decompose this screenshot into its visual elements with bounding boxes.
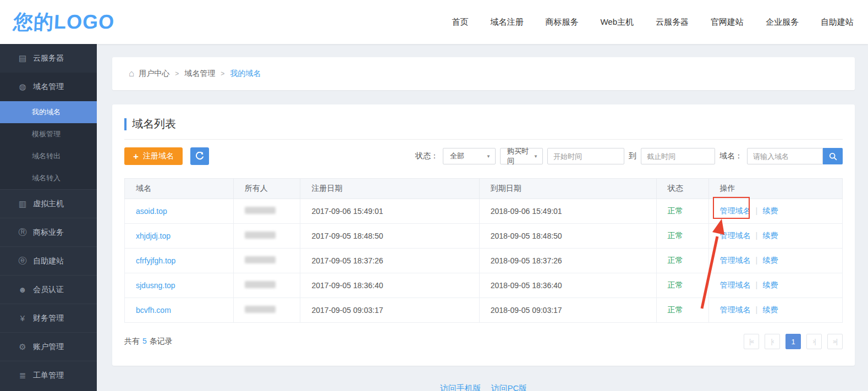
- action-separator: |: [756, 305, 758, 314]
- manage-domain-link[interactable]: 管理域名: [720, 231, 751, 240]
- registered-date: 2017-09-05 18:37:26: [300, 249, 479, 273]
- time-type-select[interactable]: 购买时间 ▼: [500, 148, 543, 164]
- sidebar-item-finance-management[interactable]: 财务管理: [0, 304, 97, 332]
- domain-link[interactable]: sjdusng.top: [136, 281, 175, 290]
- breadcrumb-domain-management[interactable]: 域名管理: [184, 69, 215, 79]
- owner-redacted: [245, 207, 276, 214]
- nav-home[interactable]: 首页: [452, 17, 468, 27]
- main-content: ⌂ 用户中心 > 域名管理 > 我的域名 域名列表 + 注册域名: [97, 44, 868, 391]
- registered-date: 2017-09-05 18:48:50: [300, 224, 479, 249]
- record-count-suffix: 条记录: [150, 337, 173, 345]
- sidebar-item-cloud-server[interactable]: 云服务器: [0, 44, 97, 73]
- manage-domain-link[interactable]: 管理域名: [720, 305, 751, 314]
- sidebar-item-domain-management[interactable]: 域名管理: [0, 73, 97, 101]
- domain-search-input[interactable]: [747, 148, 823, 164]
- sidebar-item-domain-transfer-out[interactable]: 域名转出: [0, 145, 97, 167]
- nav-cloud-server[interactable]: 云服务器: [656, 17, 689, 27]
- pagination-page-1-button[interactable]: 1: [785, 334, 801, 349]
- sidebar-item-virtual-host[interactable]: 虚拟主机: [0, 189, 97, 218]
- sidebar-item-trademark-business[interactable]: 商标业务: [0, 218, 97, 246]
- finance-icon: [18, 313, 28, 323]
- sidebar-item-self-site[interactable]: 自助建站: [0, 246, 97, 275]
- renew-link[interactable]: 续费: [762, 231, 778, 240]
- table-footer: 共有5条记录 |« |‹ 1 ›| »|: [124, 334, 843, 349]
- action-separator: |: [756, 231, 758, 240]
- sidebar-group-domain: 域名管理 我的域名 模板管理 域名转出 域名转入: [0, 73, 97, 189]
- breadcrumb-my-domains[interactable]: 我的域名: [230, 69, 261, 79]
- domain-link[interactable]: cfrfyjfgh.top: [136, 256, 175, 265]
- nav-enterprise-service[interactable]: 企业服务: [766, 17, 799, 27]
- plus-icon: +: [133, 152, 139, 161]
- mobile-version-link[interactable]: 访问手机版: [440, 383, 481, 391]
- sidebar-item-account-management[interactable]: 账户管理: [0, 332, 97, 361]
- gear-icon: [18, 342, 28, 352]
- sidebar-item-label: 云服务器: [33, 53, 64, 63]
- trademark-icon: [18, 227, 28, 238]
- action-separator: |: [756, 256, 758, 265]
- renew-link[interactable]: 续费: [762, 305, 778, 314]
- start-date-input[interactable]: [547, 148, 624, 164]
- status-badge: 正常: [668, 231, 683, 240]
- col-header-domain: 域名: [125, 179, 234, 199]
- status-filter-label: 状态：: [415, 151, 438, 161]
- register-domain-label: 注册域名: [143, 151, 174, 161]
- toolbar: + 注册域名 状态： 全部 ▼: [124, 147, 843, 165]
- col-header-registered: 注册日期: [300, 179, 479, 199]
- register-domain-button[interactable]: + 注册域名: [124, 147, 183, 165]
- breadcrumb-separator: >: [221, 70, 224, 78]
- sidebar-item-member-verification[interactable]: 会员认证: [0, 275, 97, 304]
- time-type-value: 购买时间: [507, 146, 529, 166]
- domain-filter-label: 域名：: [719, 151, 743, 161]
- logo: 您的LOGO: [13, 9, 116, 36]
- domain-link[interactable]: xhjdjdj.top: [136, 232, 171, 240]
- breadcrumb: ⌂ 用户中心 > 域名管理 > 我的域名: [112, 57, 855, 90]
- sidebar-item-label: 会员认证: [33, 285, 64, 295]
- domain-table: 域名 所有人 注册日期 到期日期 状态 操作 asoid.top 2017-09…: [124, 178, 843, 323]
- renew-link[interactable]: 续费: [762, 206, 778, 215]
- server-icon: [18, 53, 28, 63]
- search-icon: [829, 152, 837, 161]
- nav-web-hosting[interactable]: Web主机: [600, 17, 634, 27]
- manage-domain-link[interactable]: 管理域名: [720, 256, 751, 265]
- search-button[interactable]: [823, 148, 843, 164]
- sidebar-item-ticket-management[interactable]: 工单管理: [0, 361, 97, 389]
- pagination-first-button[interactable]: |«: [744, 334, 759, 349]
- chevron-down-icon: ▼: [486, 154, 491, 159]
- renew-link[interactable]: 续费: [762, 280, 778, 289]
- domain-link[interactable]: asoid.top: [136, 207, 167, 216]
- end-date-input[interactable]: [641, 148, 715, 164]
- refresh-button[interactable]: [190, 147, 209, 165]
- status-select[interactable]: 全部 ▼: [443, 148, 496, 164]
- sidebar-item-template-management[interactable]: 模板管理: [0, 123, 97, 145]
- chevron-down-icon: ▼: [534, 154, 538, 159]
- nav-trademark-service[interactable]: 商标服务: [545, 17, 578, 27]
- renew-link[interactable]: 续费: [762, 256, 778, 265]
- pc-version-link[interactable]: 访问PC版: [491, 383, 528, 391]
- col-header-owner: 所有人: [233, 179, 300, 199]
- breadcrumb-user-center[interactable]: 用户中心: [139, 69, 169, 79]
- sidebar-item-my-domains[interactable]: 我的域名: [0, 101, 97, 123]
- sidebar-item-label: 账户管理: [33, 342, 64, 352]
- pagination-last-button[interactable]: »|: [827, 334, 843, 349]
- sidebar-item-label: 财务管理: [33, 313, 64, 323]
- manage-domain-link[interactable]: 管理域名: [720, 206, 751, 215]
- nav-self-site[interactable]: 自助建站: [821, 17, 854, 27]
- status-badge: 正常: [668, 305, 683, 314]
- domain-link[interactable]: bcvfh.com: [136, 306, 171, 315]
- record-count-number: 5: [142, 337, 147, 345]
- table-row: xhjdjdj.top 2017-09-05 18:48:50 2018-09-…: [125, 224, 843, 249]
- action-separator: |: [756, 280, 758, 289]
- owner-redacted: [245, 256, 276, 263]
- nav-domain-register[interactable]: 域名注册: [490, 17, 523, 27]
- table-row: asoid.top 2017-09-06 15:49:01 2018-09-06…: [125, 199, 843, 224]
- col-header-actions: 操作: [708, 179, 842, 199]
- sidebar-item-domain-transfer-in[interactable]: 域名转入: [0, 167, 97, 189]
- status-select-value: 全部: [450, 151, 464, 161]
- manage-domain-link[interactable]: 管理域名: [720, 280, 751, 289]
- status-badge: 正常: [668, 256, 683, 265]
- nav-official-site[interactable]: 官网建站: [711, 17, 744, 27]
- pagination-prev-button[interactable]: |‹: [765, 334, 780, 349]
- title-divider: [124, 139, 843, 140]
- pagination-next-button[interactable]: ›|: [806, 334, 822, 349]
- sidebar-item-label: 域名管理: [33, 82, 64, 92]
